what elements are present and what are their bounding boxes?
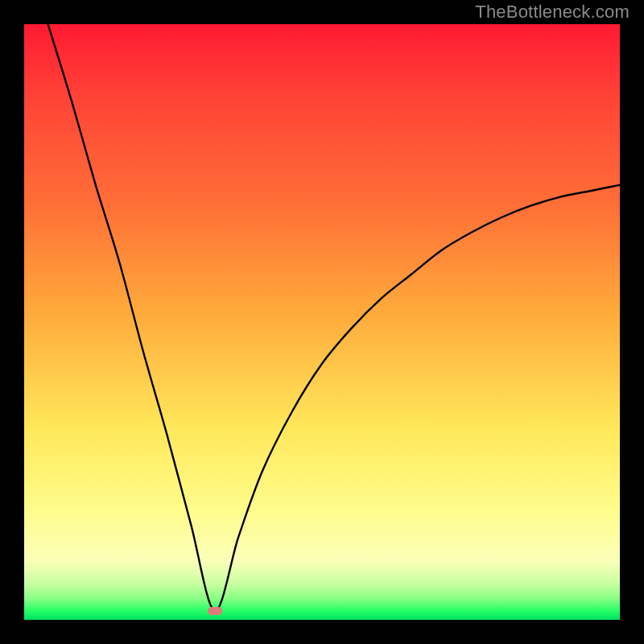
plot-area <box>24 24 620 620</box>
bottleneck-curve <box>48 24 620 611</box>
minimum-marker <box>208 607 222 615</box>
chart-container: { "attribution": "TheBottleneck.com", "c… <box>0 0 644 644</box>
attribution-text: TheBottleneck.com <box>475 2 630 23</box>
curve-svg <box>24 24 620 620</box>
